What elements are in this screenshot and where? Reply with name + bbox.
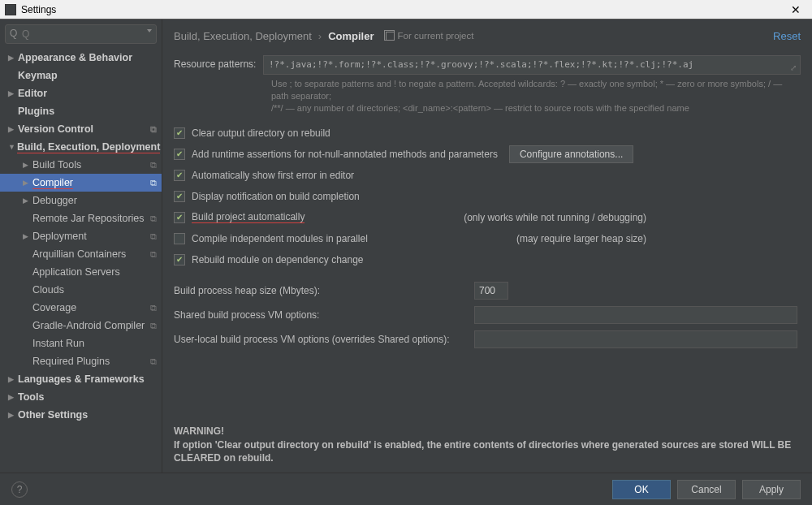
sidebar-item-keymap[interactable]: Keymap xyxy=(0,67,162,84)
sidebar-item-deployment[interactable]: ▶Deployment⧉ xyxy=(0,227,162,245)
sidebar-item-label: Editor xyxy=(18,88,47,99)
shared-vm-label: Shared build process VM options: xyxy=(174,309,474,321)
sidebar-item-gradle-android-compiler[interactable]: Gradle-Android Compiler⧉ xyxy=(0,317,162,335)
hint-line-2: /**/ — any number of directories; <dir_n… xyxy=(271,103,689,113)
sidebar-item-arquillian-containers[interactable]: Arquillian Containers⧉ xyxy=(0,245,162,263)
sidebar-item-other-settings[interactable]: ▶Other Settings xyxy=(0,406,162,424)
configure-annotations-button[interactable]: Configure annotations... xyxy=(509,145,633,163)
app-icon xyxy=(5,4,16,15)
sidebar-item-label: Compiler xyxy=(32,177,73,189)
checkbox-c1[interactable] xyxy=(174,127,185,139)
reset-link[interactable]: Reset xyxy=(773,30,801,42)
tree-arrow-icon: ▶ xyxy=(8,54,16,62)
project-scope-icon: ⧉ xyxy=(150,178,157,188)
warning-block: WARNING! If option 'Clear output directo… xyxy=(174,405,801,473)
tree-arrow-icon: ▶ xyxy=(8,411,16,419)
checkbox-c5[interactable] xyxy=(174,212,185,223)
sidebar-item-coverage[interactable]: Coverage⧉ xyxy=(0,299,162,317)
sidebar-item-label: Instant Run xyxy=(32,338,84,349)
breadcrumb: Build, Execution, Deployment › Compiler … xyxy=(174,19,801,52)
checkbox-label[interactable]: Automatically show first error in editor xyxy=(192,170,354,181)
sidebar-item-version-control[interactable]: ▶Version Control⧉ xyxy=(0,120,162,138)
sidebar-item-appearance-behavior[interactable]: ▶Appearance & Behavior xyxy=(0,49,162,67)
checkbox-row-c4: Display notification on build completion xyxy=(174,186,801,207)
sidebar-item-label: Remote Jar Repositories xyxy=(32,213,145,224)
titlebar: Settings ✕ xyxy=(0,0,812,19)
checkbox-c7[interactable] xyxy=(174,254,185,265)
resource-patterns-hint: Use ; to separate patterns and ! to nega… xyxy=(271,78,801,114)
checkbox-row-c2: Add runtime assertions for not-null-anno… xyxy=(174,144,801,165)
checkbox-label[interactable]: Display notification on build completion xyxy=(192,191,360,202)
breadcrumb-parent[interactable]: Build, Execution, Deployment xyxy=(174,30,312,42)
search-input[interactable] xyxy=(5,24,157,44)
sidebar-item-editor[interactable]: ▶Editor xyxy=(0,84,162,102)
resource-patterns-value: !?*.java;!?*.form;!?*.class;!?*.groovy;!… xyxy=(269,59,693,70)
breadcrumb-leaf: Compiler xyxy=(328,30,374,42)
cancel-button[interactable]: Cancel xyxy=(677,480,736,499)
sidebar-item-label: Tools xyxy=(18,391,44,403)
sidebar-item-languages-frameworks[interactable]: ▶Languages & Frameworks xyxy=(0,370,162,388)
checkbox-side-note: (may require larger heap size) xyxy=(516,233,801,244)
sidebar-item-label: Deployment xyxy=(32,231,87,242)
sidebar: Q ▶Appearance & BehaviorKeymap▶EditorPlu… xyxy=(0,19,162,473)
tree-arrow-icon: ▶ xyxy=(23,232,31,240)
sidebar-item-clouds[interactable]: Clouds xyxy=(0,281,162,299)
user-vm-input[interactable] xyxy=(474,330,797,348)
tree-arrow-icon: ▶ xyxy=(8,375,16,383)
chevron-down-icon[interactable] xyxy=(147,29,152,32)
sidebar-item-build-execution-deployment[interactable]: ▼Build, Execution, Deployment xyxy=(0,138,162,156)
checkbox-label[interactable]: Build project automatically xyxy=(192,211,304,223)
settings-tree: ▶Appearance & BehaviorKeymap▶EditorPlugi… xyxy=(0,49,162,473)
sidebar-item-label: Coverage xyxy=(32,302,76,313)
tree-arrow-icon: ▶ xyxy=(23,196,31,205)
content-pane: Build, Execution, Deployment › Compiler … xyxy=(162,19,812,473)
sidebar-item-instant-run[interactable]: Instant Run xyxy=(0,335,162,352)
heap-size-input[interactable] xyxy=(474,282,508,300)
checkbox-c3[interactable] xyxy=(174,170,185,181)
checkbox-row-c5: Build project automatically(only works w… xyxy=(174,207,801,228)
sidebar-item-label: Version Control xyxy=(18,123,93,135)
sidebar-item-label: Gradle-Android Compiler xyxy=(32,320,145,331)
checkbox-label[interactable]: Compile independent modules in parallel xyxy=(192,233,368,244)
sidebar-item-tools[interactable]: ▶Tools xyxy=(0,388,162,406)
sidebar-item-debugger[interactable]: ▶Debugger xyxy=(0,192,162,209)
sidebar-item-label: Clouds xyxy=(32,284,64,296)
sidebar-item-compiler[interactable]: ▶Compiler⧉ xyxy=(0,174,162,192)
project-scope-icon: ⧉ xyxy=(150,231,157,242)
sidebar-item-remote-jar-repositories[interactable]: Remote Jar Repositories⧉ xyxy=(0,209,162,227)
apply-button[interactable]: Apply xyxy=(742,480,801,499)
heap-size-label: Build process heap size (Mbytes): xyxy=(174,285,474,296)
close-icon[interactable]: ✕ xyxy=(784,3,807,16)
sidebar-item-label: Build, Execution, Deployment xyxy=(17,141,160,153)
sidebar-item-application-servers[interactable]: Application Servers xyxy=(0,263,162,281)
checkbox-c4[interactable] xyxy=(174,191,185,202)
project-scope-icon: ⧉ xyxy=(150,249,157,260)
sidebar-item-label: Arquillian Containers xyxy=(32,248,126,260)
checkbox-label[interactable]: Clear output directory on rebuild xyxy=(192,127,330,139)
search-icon: Q xyxy=(10,28,17,39)
sidebar-item-label: Other Settings xyxy=(18,409,88,421)
for-project-label: For current project xyxy=(398,31,474,41)
sidebar-item-plugins[interactable]: Plugins xyxy=(0,102,162,120)
checkbox-c2[interactable] xyxy=(174,149,185,160)
checkbox-side-note: (only works while not running / debuggin… xyxy=(464,212,801,223)
sidebar-item-label: Keymap xyxy=(18,70,58,81)
ok-button[interactable]: OK xyxy=(612,480,671,499)
sidebar-item-label: Debugger xyxy=(32,195,77,206)
checkbox-c6[interactable] xyxy=(174,233,185,244)
shared-vm-input[interactable] xyxy=(474,306,797,324)
resource-patterns-label: Resource patterns: xyxy=(174,55,263,70)
checkbox-label[interactable]: Add runtime assertions for not-null-anno… xyxy=(192,149,498,160)
sidebar-item-required-plugins[interactable]: Required Plugins⧉ xyxy=(0,352,162,370)
checkbox-row-c6: Compile independent modules in parallel(… xyxy=(174,228,801,249)
tree-arrow-icon: ▶ xyxy=(8,89,16,97)
sidebar-item-label: Appearance & Behavior xyxy=(18,52,132,63)
expand-icon[interactable]: ⤢ xyxy=(790,63,797,72)
resource-patterns-input[interactable]: !?*.java;!?*.form;!?*.class;!?*.groovy;!… xyxy=(263,55,801,75)
sidebar-item-label: Application Servers xyxy=(32,266,120,278)
help-icon[interactable]: ? xyxy=(11,481,28,498)
checkbox-label[interactable]: Rebuild module on dependency change xyxy=(192,254,364,265)
sidebar-item-label: Languages & Frameworks xyxy=(18,373,145,385)
sidebar-item-build-tools[interactable]: ▶Build Tools⧉ xyxy=(0,156,162,174)
sidebar-item-label: Required Plugins xyxy=(32,356,110,367)
